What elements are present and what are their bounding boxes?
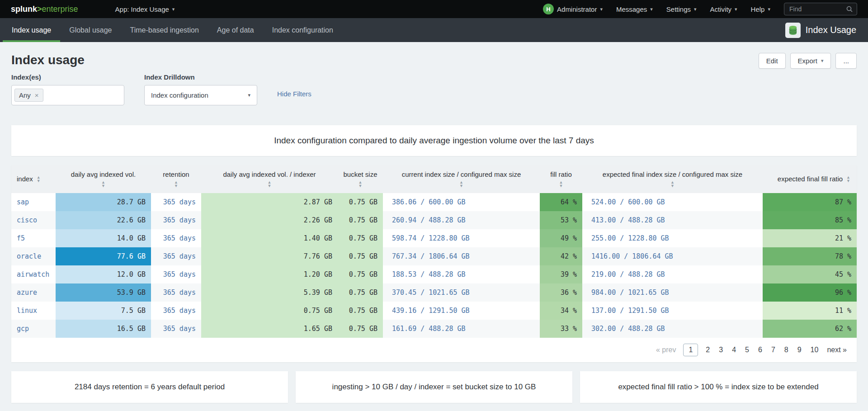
tab-global-usage[interactable]: Global usage <box>60 18 121 42</box>
index-link[interactable]: f5 <box>11 229 56 247</box>
index-link[interactable]: cisco <box>11 211 56 229</box>
fill-ratio-cell[interactable]: 53 % <box>540 211 582 229</box>
col-header-index[interactable]: index▲▼ <box>11 165 56 193</box>
retention-cell[interactable]: 365 days <box>151 211 201 229</box>
current-size-cell[interactable]: 598.74 / 1228.80 GB <box>383 229 540 247</box>
final-fill-cell[interactable]: 85 % <box>763 211 857 229</box>
final-fill-cell[interactable]: 62 % <box>763 320 857 338</box>
index-link[interactable]: azure <box>11 283 56 302</box>
bucket-cell[interactable]: 0.75 GB <box>338 320 383 338</box>
hide-filters-link[interactable]: Hide Filters <box>277 90 311 98</box>
more-button[interactable]: ... <box>835 53 857 69</box>
page-3[interactable]: 3 <box>717 344 724 356</box>
index-link[interactable]: airwatch <box>11 265 56 283</box>
fill-ratio-cell[interactable]: 36 % <box>540 283 582 302</box>
vol-cell[interactable]: 14.0 GB <box>56 229 151 247</box>
index-link[interactable]: linux <box>11 302 56 320</box>
col-header-expected-final-fill[interactable]: expected final fill ratio▲▼ <box>763 165 857 193</box>
sort-icon[interactable]: ▲▼ <box>37 175 41 183</box>
final-size-cell[interactable]: 413.00 / 488.28 GB <box>582 211 763 229</box>
user-menu[interactable]: H Administrator ▾ <box>543 4 603 14</box>
col-header-expected-final-size[interactable]: expected final index size / configured m… <box>582 165 763 193</box>
index-token-chip[interactable]: Any × <box>14 89 43 102</box>
index-link[interactable]: oracle <box>11 247 56 265</box>
drilldown-select[interactable]: Index configuration ▾ <box>144 85 257 105</box>
final-size-cell[interactable]: 1416.00 / 1806.64 GB <box>582 247 763 265</box>
vol-indexer-cell[interactable]: 1.65 GB <box>201 320 338 338</box>
pagination-prev[interactable]: « prev <box>656 346 676 354</box>
pagination-next[interactable]: next » <box>827 346 847 354</box>
find-input[interactable] <box>788 5 844 13</box>
bucket-cell[interactable]: 0.75 GB <box>338 265 383 283</box>
page-4[interactable]: 4 <box>731 344 737 356</box>
retention-cell[interactable]: 365 days <box>151 320 201 338</box>
final-size-cell[interactable]: 302.00 / 488.28 GB <box>582 320 763 338</box>
index-multiselect[interactable]: Any × <box>11 85 124 105</box>
vol-indexer-cell[interactable]: 1.20 GB <box>201 265 338 283</box>
bucket-cell[interactable]: 0.75 GB <box>338 193 383 211</box>
page-6[interactable]: 6 <box>757 344 764 356</box>
final-size-cell[interactable]: 255.00 / 1228.80 GB <box>582 229 763 247</box>
current-size-cell[interactable]: 439.16 / 1291.50 GB <box>383 302 540 320</box>
fill-ratio-cell[interactable]: 33 % <box>540 320 582 338</box>
col-header-bucket-size[interactable]: bucket size▲▼ <box>338 165 383 193</box>
vol-indexer-cell[interactable]: 7.76 GB <box>201 247 338 265</box>
retention-cell[interactable]: 365 days <box>151 193 201 211</box>
current-size-cell[interactable]: 260.94 / 488.28 GB <box>383 211 540 229</box>
retention-cell[interactable]: 365 days <box>151 283 201 302</box>
menu-activity[interactable]: Activity ▾ <box>710 5 737 13</box>
vol-indexer-cell[interactable]: 0.75 GB <box>201 302 338 320</box>
page-5[interactable]: 5 <box>744 344 750 356</box>
sort-icon[interactable]: ▲▼ <box>174 180 178 188</box>
tab-age-of-data[interactable]: Age of data <box>208 18 263 42</box>
export-button[interactable]: Export ▾ <box>790 53 831 69</box>
final-size-cell[interactable]: 984.00 / 1021.65 GB <box>582 283 763 302</box>
final-size-cell[interactable]: 219.00 / 488.28 GB <box>582 265 763 283</box>
vol-cell[interactable]: 22.6 GB <box>56 211 151 229</box>
bucket-cell[interactable]: 0.75 GB <box>338 283 383 302</box>
find-box[interactable] <box>784 3 857 15</box>
menu-settings[interactable]: Settings ▾ <box>666 5 697 13</box>
vol-indexer-cell[interactable]: 2.87 GB <box>201 193 338 211</box>
vol-cell[interactable]: 16.5 GB <box>56 320 151 338</box>
final-fill-cell[interactable]: 11 % <box>763 302 857 320</box>
vol-cell[interactable]: 53.9 GB <box>56 283 151 302</box>
vol-cell[interactable]: 77.6 GB <box>56 247 151 265</box>
edit-button[interactable]: Edit <box>759 53 786 69</box>
col-header-vol-per-indexer[interactable]: daily avg indexed vol. / indexer▲▼ <box>201 165 338 193</box>
current-size-cell[interactable]: 161.69 / 488.28 GB <box>383 320 540 338</box>
retention-cell[interactable]: 365 days <box>151 247 201 265</box>
app-menu[interactable]: App: Index Usage ▾ <box>115 5 175 13</box>
current-size-cell[interactable]: 386.06 / 600.00 GB <box>383 193 540 211</box>
page-8[interactable]: 8 <box>783 344 790 356</box>
page-7[interactable]: 7 <box>770 344 777 356</box>
retention-cell[interactable]: 365 days <box>151 302 201 320</box>
final-fill-cell[interactable]: 45 % <box>763 265 857 283</box>
current-size-cell[interactable]: 767.34 / 1806.64 GB <box>383 247 540 265</box>
bucket-cell[interactable]: 0.75 GB <box>338 302 383 320</box>
final-size-cell[interactable]: 524.00 / 600.00 GB <box>582 193 763 211</box>
sort-icon[interactable]: ▲▼ <box>846 175 850 183</box>
page-2[interactable]: 2 <box>704 344 711 356</box>
index-link[interactable]: sap <box>11 193 56 211</box>
fill-ratio-cell[interactable]: 34 % <box>540 302 582 320</box>
final-fill-cell[interactable]: 21 % <box>763 229 857 247</box>
current-size-cell[interactable]: 370.45 / 1021.65 GB <box>383 283 540 302</box>
vol-cell[interactable]: 7.5 GB <box>56 302 151 320</box>
vol-cell[interactable]: 12.0 GB <box>56 265 151 283</box>
bucket-cell[interactable]: 0.75 GB <box>338 247 383 265</box>
bucket-cell[interactable]: 0.75 GB <box>338 229 383 247</box>
final-fill-cell[interactable]: 96 % <box>763 283 857 302</box>
splunk-logo[interactable]: splunk>enterprise <box>11 5 78 14</box>
tab-time-based-ingestion[interactable]: Time-based ingestion <box>121 18 208 42</box>
col-header-current-size[interactable]: current index size / configured max size… <box>383 165 540 193</box>
page-9[interactable]: 9 <box>796 344 803 356</box>
page-1[interactable]: 1 <box>683 344 698 356</box>
sort-icon[interactable]: ▲▼ <box>559 180 563 188</box>
sort-icon[interactable]: ▲▼ <box>101 180 105 188</box>
fill-ratio-cell[interactable]: 39 % <box>540 265 582 283</box>
page-10[interactable]: 10 <box>809 344 820 356</box>
final-size-cell[interactable]: 137.00 / 1291.50 GB <box>582 302 763 320</box>
vol-indexer-cell[interactable]: 2.26 GB <box>201 211 338 229</box>
sort-icon[interactable]: ▲▼ <box>670 180 675 188</box>
